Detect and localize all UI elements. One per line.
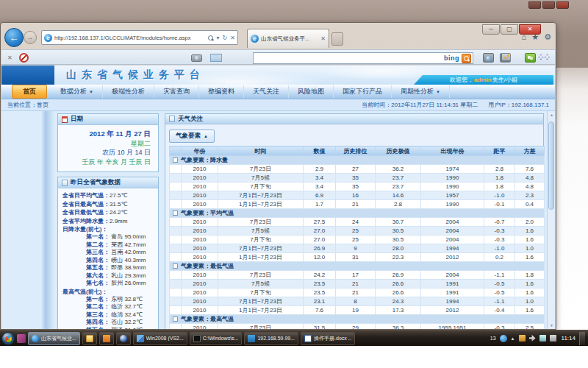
page-scrollbar[interactable]: ▲ ▼ <box>547 111 555 329</box>
nav-item-4[interactable]: 整编资料 <box>199 85 244 98</box>
table-row: 20107月23日27.52430.72004-0.72.0 <box>170 218 545 227</box>
url-text[interactable]: http://192.168.137.1/GLCCLIMATE/modules/… <box>54 35 205 41</box>
refresh-icon[interactable]: ↻ <box>223 35 228 41</box>
share-icon[interactable] <box>525 53 536 63</box>
start-button[interactable] <box>1 332 15 345</box>
close-button[interactable]: ✕ <box>519 24 541 35</box>
rank-label: 第二名： <box>86 241 110 248</box>
table-cell: 2010 <box>182 183 218 191</box>
video-icon[interactable] <box>483 53 494 63</box>
calendar-ganzhi: 壬辰 年 辛亥 月 壬辰 日 <box>65 158 151 167</box>
toolbar-close-icon[interactable]: ✕ <box>7 54 12 61</box>
taskbar-media-button[interactable] <box>116 332 131 345</box>
scroll-up-icon[interactable]: ▲ <box>548 113 555 117</box>
nav-item-6[interactable]: 风险地图 <box>289 85 334 98</box>
taskbar-ie-button[interactable]: 山东省气候业... <box>28 332 80 345</box>
tray-language-indicator[interactable]: 13 <box>490 336 496 341</box>
rank-label: 第五名： <box>86 264 110 271</box>
scrollbar-thumb[interactable] <box>548 121 554 210</box>
ime-icon[interactable] <box>500 335 507 342</box>
rank-line: 第五名： 菏泽 31.8℃ <box>62 327 155 330</box>
maximize-button[interactable]: ▢ <box>501 24 518 35</box>
toolbar-search-box[interactable]: bing <box>253 52 473 64</box>
rank-label: 第五名： <box>86 327 110 330</box>
window-button-icon <box>304 335 312 342</box>
calendar-box: 日期 2012 年 11 月 27 日 星期二 农历 10 月 14 日 壬辰 … <box>57 113 159 172</box>
taskbar-app2-button[interactable] <box>99 332 114 345</box>
scroll-down-icon[interactable]: ▼ <box>548 323 555 328</box>
table-cell: 26.9 <box>304 244 336 253</box>
address-bar[interactable]: e http://192.168.137.1/GLCCLIMATE/module… <box>41 30 238 45</box>
show-desktop-button[interactable] <box>579 332 585 345</box>
toolbar-overflow-icon[interactable]: ⁘⁘ <box>538 54 551 61</box>
tray-flag-icon[interactable] <box>529 335 536 342</box>
stop-icon[interactable]: ✕ <box>230 35 235 41</box>
rank-label: 第六名： <box>86 272 110 279</box>
tray-network-icon[interactable] <box>539 335 546 342</box>
forward-button[interactable]: → <box>24 31 37 44</box>
nav-item-2[interactable]: 极端性分析 <box>103 85 154 98</box>
tray-clock[interactable]: 11:14 <box>562 335 576 342</box>
taskbar-window-button-1[interactable]: C:\Windows\s... <box>190 332 243 345</box>
table-cell: 7月5候 <box>218 227 304 236</box>
nav-item-1[interactable]: 数据分析▼ <box>51 85 103 98</box>
tray-alert-icon[interactable] <box>519 335 526 342</box>
window-button-label: C:\Windows\s... <box>203 336 239 341</box>
nav-item-3[interactable]: 灾害查询 <box>154 85 199 98</box>
browser-tab[interactable]: e 山东省气候业务平... ✕ <box>247 29 329 48</box>
table-row: 20107月下旬27.02530.52004-0.31.6 <box>170 236 545 244</box>
blocked-icon[interactable] <box>19 53 29 63</box>
table-cell: -1.1 <box>484 297 515 306</box>
calendar-icon <box>62 116 68 123</box>
minimize-button[interactable]: ─ <box>482 24 500 35</box>
group-checkbox[interactable] <box>173 158 178 163</box>
table-cell: 30.5 <box>376 227 421 236</box>
toolbar-search-input[interactable] <box>255 54 442 63</box>
taskbar-app-icon[interactable] <box>17 334 26 343</box>
nav-item-7[interactable]: 国家下行产品 <box>334 85 392 98</box>
nav-item-8[interactable]: 周期性分析▼ <box>392 85 450 98</box>
group-checkbox[interactable] <box>173 263 178 269</box>
column-header: 出现年份 <box>421 146 484 156</box>
table-cell: 7月1日~7月23日 <box>218 297 304 306</box>
table-cell: 1.0 <box>515 244 545 253</box>
new-tab-button[interactable] <box>331 32 343 46</box>
tray-expand-icon[interactable]: ▲ <box>511 336 515 341</box>
table-cell: 0.2 <box>484 253 515 262</box>
group-checkbox[interactable] <box>173 210 178 216</box>
search-icon[interactable] <box>207 35 214 41</box>
calendar-date: 2012 年 11 月 27 日 <box>65 129 151 139</box>
camera-icon[interactable] <box>191 54 202 62</box>
mail-icon[interactable] <box>210 54 222 62</box>
section-heading: 最高气温(前七)： <box>62 288 155 296</box>
table-cell: 4.8 <box>515 183 545 191</box>
taskbar-window-button-3[interactable]: 操作手册.docx .. <box>301 332 355 345</box>
stat-line: 全省平均降水量：2.9mm <box>62 217 155 226</box>
breadcrumb: 当前位置：首页 <box>7 101 362 109</box>
collapse-arrow-icon: ▲ <box>204 134 208 138</box>
taskbar-folder-button[interactable] <box>82 332 97 345</box>
breadcrumb-row: 当前位置：首页 当前时间：2012年11月27日 11:14:31 星期二 用户… <box>1 99 555 111</box>
table-cell: -0.3 <box>484 227 515 236</box>
tab-close-icon[interactable]: ✕ <box>320 35 326 42</box>
stat-label: 全省日最低气温： <box>62 209 110 216</box>
table-cell: 2004 <box>421 236 484 244</box>
row-checkbox-cell <box>170 191 182 200</box>
taskbar-window-button-2[interactable]: 192.168.59.99... <box>244 332 298 345</box>
bing-logo: bing <box>444 54 459 62</box>
search-dropdown-icon[interactable]: ▾ <box>217 35 220 41</box>
nav-item-0[interactable]: 首页 <box>12 85 47 99</box>
table-row: 20101月1日~7月23日7.61917.32012-0.41.6 <box>170 306 545 315</box>
tray-volume-icon[interactable] <box>550 335 556 342</box>
table-cell: 8 <box>336 297 376 306</box>
group-checkbox[interactable] <box>173 316 178 322</box>
satellite-icon[interactable] <box>500 53 511 63</box>
taskbar-window-button-0[interactable]: Win2008 (VS2... <box>133 332 187 345</box>
tools-gear-icon[interactable]: ⚙ <box>544 32 551 42</box>
toolbar-search-button[interactable] <box>462 54 471 63</box>
back-button[interactable]: ← <box>4 28 24 47</box>
nav-item-label: 周期性分析 <box>401 87 434 96</box>
nav-item-5[interactable]: 天气关注 <box>244 85 289 98</box>
group-cell: 气象要素：平均气温 <box>170 209 545 218</box>
element-filter-button[interactable]: 气象要素 ▲ <box>169 130 215 143</box>
